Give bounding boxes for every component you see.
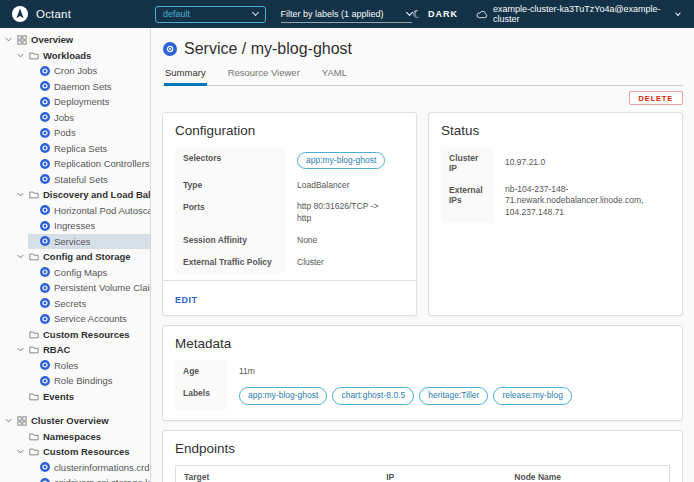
sidebar-item-stateful-sets[interactable]: Stateful Sets <box>0 172 150 188</box>
kv-label: Selectors <box>175 147 285 174</box>
label-badge[interactable]: release:my-blog <box>493 387 571 404</box>
theme-label: DARK <box>428 9 458 19</box>
sidebar-item-label: Stateful Sets <box>54 174 108 185</box>
tab-bar: SummaryResource ViewerYAML <box>162 67 683 86</box>
kv-value-text: None <box>297 235 317 246</box>
chevron-down-icon[interactable] <box>16 345 25 354</box>
sidebar-item-roles[interactable]: Roles <box>0 358 150 374</box>
resource-icon <box>40 314 50 324</box>
sidebar-item-label: Deployments <box>54 96 109 107</box>
sidebar-item-label: Jobs <box>54 112 74 123</box>
kv-row: Age11m <box>175 360 670 382</box>
configuration-title: Configuration <box>175 123 404 138</box>
sidebar-item-events[interactable]: Events <box>0 389 150 405</box>
sidebar-item-pods[interactable]: Pods <box>0 125 150 141</box>
sidebar-item-namespaces[interactable]: Namespaces <box>0 429 150 445</box>
sidebar-item-persistent-volume-claims[interactable]: Persistent Volume Claims <box>0 280 150 296</box>
label-badge[interactable]: heritage:Tiller <box>419 387 488 404</box>
resource-icon <box>40 205 50 215</box>
resource-icon <box>40 81 50 91</box>
tab-summary[interactable]: Summary <box>164 67 207 86</box>
main-content: Service / my-blog-ghost SummaryResource … <box>151 28 694 482</box>
chevron-down-icon[interactable] <box>16 447 25 456</box>
edit-link[interactable]: EDIT <box>175 295 198 305</box>
sidebar-item-config-and-storage[interactable]: Config and Storage <box>0 249 150 265</box>
sidebar-item-deployments[interactable]: Deployments <box>0 94 150 110</box>
chevron-down-icon <box>251 9 258 16</box>
tab-resource-viewer[interactable]: Resource Viewer <box>227 67 301 85</box>
sidebar-item-service-accounts[interactable]: Service Accounts <box>0 311 150 327</box>
app-header: Octant default Filter by labels (1 appli… <box>0 0 694 28</box>
endpoints-card: Endpoints TargetIPNode Name my-blog-ghos… <box>162 430 683 482</box>
sidebar-item-role-bindings[interactable]: Role Bindings <box>0 373 150 389</box>
sidebar-item-replication-controllers[interactable]: Replication Controllers <box>0 156 150 172</box>
sidebar-item-label: Ingresses <box>54 220 95 231</box>
tab-yaml[interactable]: YAML <box>321 67 348 85</box>
kv-row: External IPsnb-104-237-148-71.newark.nod… <box>441 179 670 223</box>
sidebar-item-rbac[interactable]: RBAC <box>0 342 150 358</box>
sidebar-item-clusterinformations-crd-projec[interactable]: clusterinformations.crd.projec <box>0 460 150 476</box>
kv-label: Age <box>175 360 227 382</box>
chevron-down-icon[interactable] <box>16 51 25 60</box>
label-badge[interactable]: app:my-blog-ghost <box>297 152 385 169</box>
resource-icon <box>40 376 50 386</box>
resource-icon <box>40 462 50 472</box>
sidebar-item-custom-resources[interactable]: Custom Resources <box>0 327 150 343</box>
sidebar-item-overview[interactable]: Overview <box>0 32 150 48</box>
kv-label: Labels <box>175 382 227 409</box>
logo-area: Octant <box>12 6 101 22</box>
app-title: Octant <box>36 8 71 20</box>
sidebar-item-csidrivers-csi-storage-k8s-io[interactable]: csidrivers.csi.storage.k8s.io <box>0 475 150 482</box>
label-badge[interactable]: chart:ghost-8.0.5 <box>332 387 414 404</box>
sidebar-item-label: Workloads <box>43 50 91 61</box>
configuration-table: Selectorsapp:my-blog-ghostTypeLoadBalanc… <box>175 147 404 273</box>
resource-icon <box>40 128 50 138</box>
chevron-down-icon[interactable] <box>4 416 13 425</box>
kv-value: http 80:31626/TCP -> http <box>285 196 404 229</box>
status-table: Cluster IP10.97.21.0External IPsnb-104-2… <box>441 147 670 223</box>
sidebar-item-cluster-overview[interactable]: Cluster Overview <box>0 413 150 429</box>
namespace-select[interactable]: default <box>155 6 266 23</box>
resource-icon <box>40 283 50 293</box>
resource-icon <box>40 478 50 482</box>
sidebar-item-cron-jobs[interactable]: Cron Jobs <box>0 63 150 79</box>
chevron-down-icon[interactable] <box>4 35 13 44</box>
theme-toggle[interactable]: ☾ DARK <box>412 9 458 20</box>
label-filter[interactable]: Filter by labels (1 applied) <box>281 9 413 23</box>
sidebar-item-secrets[interactable]: Secrets <box>0 296 150 312</box>
sidebar-item-daemon-sets[interactable]: Daemon Sets <box>0 79 150 95</box>
kv-value: 10.97.21.0 <box>493 147 557 179</box>
delete-button[interactable]: DELETE <box>629 91 683 105</box>
overview-icon <box>17 35 27 45</box>
resource-icon <box>40 174 50 184</box>
kv-value-text: 11m <box>239 366 255 377</box>
sidebar-item-ingresses[interactable]: Ingresses <box>0 218 150 234</box>
label-badge[interactable]: app:my-blog-ghost <box>239 387 327 404</box>
octant-app: Octant default Filter by labels (1 appli… <box>0 0 694 482</box>
resource-icon <box>40 97 50 107</box>
chevron-down-icon[interactable] <box>16 252 25 261</box>
sidebar-section-gap <box>0 404 150 413</box>
resource-icon <box>40 112 50 122</box>
sidebar-item-replica-sets[interactable]: Replica Sets <box>0 141 150 157</box>
kv-value-text: LoadBalancer <box>297 180 349 191</box>
sidebar-item-discovery-and-load-balancing[interactable]: Discovery and Load Balancing <box>0 187 150 203</box>
sidebar-item-jobs[interactable]: Jobs <box>0 110 150 126</box>
kv-value-text: Cluster <box>297 257 324 268</box>
folder-icon <box>29 447 39 456</box>
sidebar-item-workloads[interactable]: Workloads <box>0 48 150 64</box>
label-filter-text: Filter by labels (1 applied) <box>281 9 384 19</box>
folder-icon <box>29 432 39 441</box>
sidebar-item-config-maps[interactable]: Config Maps <box>0 265 150 281</box>
sidebar-item-horizontal-pod-autoscalers[interactable]: Horizontal Pod Autoscalers <box>0 203 150 219</box>
configuration-card: Configuration Selectorsapp:my-blog-ghost… <box>162 112 417 316</box>
sidebar-item-label: Events <box>43 391 74 402</box>
cloud-icon <box>476 10 488 19</box>
sidebar-item-services[interactable]: Services <box>28 234 150 250</box>
metadata-title: Metadata <box>175 336 670 351</box>
chevron-down-icon[interactable] <box>16 190 25 199</box>
sidebar-item-custom-resources[interactable]: Custom Resources <box>0 444 150 460</box>
context-selector[interactable]: example-cluster-ka3TuTzYo4a@example-clus… <box>476 4 680 24</box>
kv-value: app:my-blog-ghostchart:ghost-8.0.5herita… <box>227 382 584 409</box>
folder-icon <box>29 330 39 339</box>
